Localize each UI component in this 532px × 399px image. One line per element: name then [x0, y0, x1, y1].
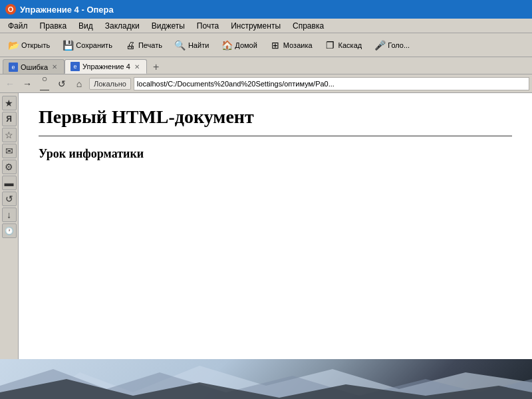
menu-edit[interactable]: Правка — [35, 20, 72, 32]
mosaic-icon: ⊞ — [269, 39, 281, 51]
tab-exercise-icon: e — [70, 62, 80, 71]
find-button[interactable]: 🔍 Найти — [170, 37, 213, 54]
tab-bar: e Ошибка ✕ e Упражнение 4 ✕ + — [0, 57, 532, 74]
bottom-wave-svg — [0, 359, 532, 399]
save-button[interactable]: 💾 Сохранить — [57, 37, 117, 54]
back-button[interactable]: ← — [3, 76, 17, 91]
key-button[interactable]: ○— — [37, 76, 52, 91]
browser-body: ★ Я ☆ ✉ ⚙ ▬ ↺ ↓ 🕐 Первый HTML-документ У… — [0, 93, 532, 399]
menu-bar: Файл Правка Вид Закладки Виджеты Почта И… — [0, 19, 532, 33]
address-bar: ← → ○— ↺ ⌂ Локально — [0, 74, 532, 93]
menu-help[interactable]: Справка — [287, 20, 329, 32]
sidebar-btn-download[interactable]: ↓ — [2, 207, 17, 222]
mosaic-button[interactable]: ⊞ Мозаика — [265, 37, 317, 54]
new-tab-button[interactable]: + — [150, 61, 163, 74]
page-title: Первый HTML-документ — [39, 106, 512, 128]
cascade-button[interactable]: ❐ Каскад — [320, 37, 367, 54]
print-icon: 🖨 — [124, 39, 136, 51]
window-title: Упражнение 4 - Опера — [20, 5, 114, 15]
tab-error[interactable]: e Ошибка ✕ — [3, 59, 65, 74]
reload-button[interactable]: ↺ — [55, 76, 69, 91]
find-icon: 🔍 — [174, 39, 186, 51]
voice-button[interactable]: 🎤 Голо... — [369, 37, 414, 54]
forward-button[interactable]: → — [20, 76, 35, 91]
menu-mail[interactable]: Почта — [192, 20, 224, 32]
tab-exercise-close[interactable]: ✕ — [134, 63, 140, 70]
voice-icon: 🎤 — [374, 39, 386, 51]
sidebar-btn-bookmark[interactable]: ★ — [2, 96, 17, 110]
opera-icon: O — [5, 4, 16, 15]
home-button[interactable]: 🏠 Домой — [216, 37, 262, 54]
menu-bookmarks[interactable]: Закладки — [100, 20, 145, 32]
menu-file[interactable]: Файл — [3, 20, 33, 32]
home-icon: 🏠 — [221, 39, 233, 51]
sidebar-btn-history[interactable]: 🕐 — [2, 223, 17, 238]
nav-home-button[interactable]: ⌂ — [72, 76, 86, 91]
open-button[interactable]: 📂 Открыть — [3, 37, 55, 54]
page-subtitle: Урок информатики — [39, 147, 512, 161]
sidebar-btn-settings[interactable]: ⚙ — [2, 160, 17, 174]
sidebar-btn-panel[interactable]: ▬ — [2, 176, 17, 190]
open-icon: 📂 — [7, 39, 19, 51]
toolbar: 📂 Открыть 💾 Сохранить 🖨 Печать 🔍 Найти 🏠… — [0, 33, 532, 57]
print-button[interactable]: 🖨 Печать — [120, 37, 167, 54]
tab-error-close[interactable]: ✕ — [52, 63, 57, 70]
title-bar: O Упражнение 4 - Опера — [0, 0, 532, 19]
tab-exercise[interactable]: e Упражнение 4 ✕ — [65, 59, 147, 74]
sidebar-btn-yandex[interactable]: Я — [2, 112, 17, 126]
tab-error-icon: e — [9, 63, 18, 72]
page-divider — [39, 136, 512, 136]
sidebar-btn-mail[interactable]: ✉ — [2, 144, 17, 158]
sidebar-btn-favorites[interactable]: ☆ — [2, 128, 17, 142]
save-icon: 💾 — [62, 39, 74, 51]
left-sidebar: ★ Я ☆ ✉ ⚙ ▬ ↺ ↓ 🕐 — [0, 93, 19, 399]
cascade-icon: ❐ — [325, 39, 336, 51]
address-input[interactable] — [134, 77, 529, 90]
sidebar-btn-sync[interactable]: ↺ — [2, 192, 17, 206]
menu-widgets[interactable]: Виджеты — [146, 20, 190, 32]
menu-view[interactable]: Вид — [73, 20, 98, 32]
local-label: Локально — [89, 78, 131, 90]
menu-tools[interactable]: Инструменты — [225, 20, 286, 32]
bottom-decoration — [0, 359, 532, 399]
page-content: Первый HTML-документ Урок информатики — [19, 93, 532, 399]
